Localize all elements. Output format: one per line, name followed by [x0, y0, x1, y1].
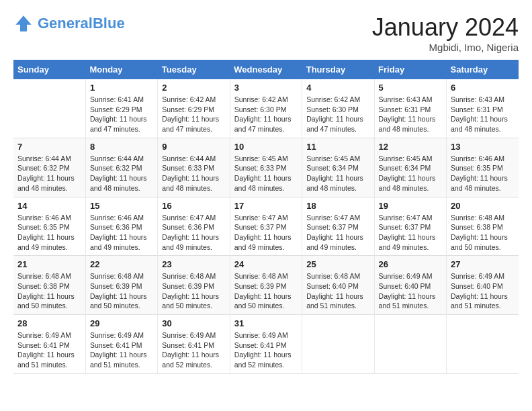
col-header-wednesday: Wednesday — [230, 60, 302, 79]
day-number: 6 — [451, 83, 515, 93]
day-info: Sunrise: 6:48 AMSunset: 6:40 PMDaylight:… — [306, 271, 369, 311]
day-info: Sunrise: 6:47 AMSunset: 6:37 PMDaylight:… — [234, 213, 298, 253]
day-info: Sunrise: 6:48 AMSunset: 6:39 PMDaylight:… — [234, 271, 298, 311]
col-header-monday: Monday — [85, 60, 157, 79]
day-number: 12 — [379, 142, 442, 152]
calendar-cell: 24Sunrise: 6:48 AMSunset: 6:39 PMDayligh… — [230, 256, 302, 315]
svg-marker-0 — [15, 15, 31, 31]
day-info: Sunrise: 6:45 AMSunset: 6:34 PMDaylight:… — [379, 154, 442, 193]
day-info: Sunrise: 6:44 AMSunset: 6:32 PMDaylight:… — [17, 154, 81, 193]
col-header-thursday: Thursday — [302, 60, 374, 79]
day-info: Sunrise: 6:44 AMSunset: 6:32 PMDaylight:… — [90, 154, 153, 193]
calendar-cell: 27Sunrise: 6:49 AMSunset: 6:40 PMDayligh… — [447, 256, 519, 315]
day-number: 15 — [90, 201, 153, 211]
calendar-cell — [302, 315, 374, 374]
day-number: 3 — [234, 83, 298, 93]
day-number: 14 — [17, 201, 81, 211]
day-info: Sunrise: 6:49 AMSunset: 6:41 PMDaylight:… — [162, 330, 225, 370]
col-header-saturday: Saturday — [447, 60, 519, 79]
day-info: Sunrise: 6:49 AMSunset: 6:41 PMDaylight:… — [234, 330, 298, 370]
calendar-cell: 1Sunrise: 6:41 AMSunset: 6:29 PMDaylight… — [85, 79, 157, 138]
day-number: 24 — [234, 259, 298, 269]
calendar-week-row: 1Sunrise: 6:41 AMSunset: 6:29 PMDaylight… — [13, 79, 519, 138]
day-number: 19 — [379, 201, 442, 211]
calendar-cell: 28Sunrise: 6:49 AMSunset: 6:41 PMDayligh… — [13, 315, 85, 374]
calendar-cell: 29Sunrise: 6:49 AMSunset: 6:41 PMDayligh… — [85, 315, 157, 374]
calendar-header: SundayMondayTuesdayWednesdayThursdayFrid… — [13, 60, 519, 79]
day-info: Sunrise: 6:48 AMSunset: 6:38 PMDaylight:… — [451, 213, 515, 253]
calendar-cell: 15Sunrise: 6:46 AMSunset: 6:36 PMDayligh… — [85, 197, 157, 256]
calendar-week-row: 14Sunrise: 6:46 AMSunset: 6:35 PMDayligh… — [13, 197, 519, 256]
logo-icon — [13, 13, 34, 34]
day-number: 22 — [90, 259, 153, 269]
month-year: January 2024 — [372, 13, 519, 42]
day-info: Sunrise: 6:45 AMSunset: 6:34 PMDaylight:… — [306, 154, 369, 193]
calendar-cell: 11Sunrise: 6:45 AMSunset: 6:34 PMDayligh… — [302, 138, 374, 197]
day-info: Sunrise: 6:48 AMSunset: 6:38 PMDaylight:… — [17, 271, 81, 311]
day-number: 28 — [17, 318, 81, 328]
calendar-week-row: 28Sunrise: 6:49 AMSunset: 6:41 PMDayligh… — [13, 315, 519, 374]
title-block: January 2024 Mgbidi, Imo, Nigeria — [372, 13, 519, 53]
col-header-sunday: Sunday — [13, 60, 85, 79]
day-number: 26 — [379, 259, 442, 269]
day-number: 29 — [90, 318, 153, 328]
calendar-cell — [13, 79, 85, 138]
day-info: Sunrise: 6:41 AMSunset: 6:29 PMDaylight:… — [90, 95, 153, 134]
day-number: 1 — [90, 83, 153, 93]
calendar-cell — [374, 315, 446, 374]
page-header: GeneralBlue January 2024 Mgbidi, Imo, Ni… — [13, 13, 519, 53]
day-info: Sunrise: 6:49 AMSunset: 6:40 PMDaylight:… — [379, 271, 442, 311]
day-number: 13 — [451, 142, 515, 152]
day-info: Sunrise: 6:49 AMSunset: 6:41 PMDaylight:… — [90, 330, 153, 370]
logo: GeneralBlue — [13, 13, 125, 34]
calendar-cell: 12Sunrise: 6:45 AMSunset: 6:34 PMDayligh… — [374, 138, 446, 197]
day-info: Sunrise: 6:45 AMSunset: 6:33 PMDaylight:… — [234, 154, 298, 193]
day-number: 7 — [17, 142, 81, 152]
day-info: Sunrise: 6:43 AMSunset: 6:31 PMDaylight:… — [379, 95, 442, 134]
day-info: Sunrise: 6:42 AMSunset: 6:30 PMDaylight:… — [234, 95, 298, 134]
day-number: 10 — [234, 142, 298, 152]
day-number: 23 — [162, 259, 225, 269]
calendar-cell: 18Sunrise: 6:47 AMSunset: 6:37 PMDayligh… — [302, 197, 374, 256]
calendar-cell: 20Sunrise: 6:48 AMSunset: 6:38 PMDayligh… — [447, 197, 519, 256]
calendar-cell: 31Sunrise: 6:49 AMSunset: 6:41 PMDayligh… — [230, 315, 302, 374]
calendar-cell: 16Sunrise: 6:47 AMSunset: 6:36 PMDayligh… — [158, 197, 230, 256]
calendar-cell: 8Sunrise: 6:44 AMSunset: 6:32 PMDaylight… — [85, 138, 157, 197]
calendar-cell: 19Sunrise: 6:47 AMSunset: 6:37 PMDayligh… — [374, 197, 446, 256]
day-number: 21 — [17, 259, 81, 269]
day-info: Sunrise: 6:44 AMSunset: 6:33 PMDaylight:… — [162, 154, 225, 193]
calendar-cell: 23Sunrise: 6:48 AMSunset: 6:39 PMDayligh… — [158, 256, 230, 315]
calendar-cell: 3Sunrise: 6:42 AMSunset: 6:30 PMDaylight… — [230, 79, 302, 138]
day-number: 2 — [162, 83, 225, 93]
day-number: 25 — [306, 259, 369, 269]
day-info: Sunrise: 6:48 AMSunset: 6:39 PMDaylight:… — [90, 271, 153, 311]
day-info: Sunrise: 6:46 AMSunset: 6:35 PMDaylight:… — [17, 213, 81, 253]
day-info: Sunrise: 6:46 AMSunset: 6:35 PMDaylight:… — [451, 154, 515, 193]
calendar-cell: 7Sunrise: 6:44 AMSunset: 6:32 PMDaylight… — [13, 138, 85, 197]
calendar-cell: 2Sunrise: 6:42 AMSunset: 6:29 PMDaylight… — [158, 79, 230, 138]
location: Mgbidi, Imo, Nigeria — [372, 42, 519, 53]
col-header-tuesday: Tuesday — [158, 60, 230, 79]
day-info: Sunrise: 6:42 AMSunset: 6:29 PMDaylight:… — [162, 95, 225, 134]
day-number: 20 — [451, 201, 515, 211]
calendar-cell — [447, 315, 519, 374]
day-info: Sunrise: 6:49 AMSunset: 6:40 PMDaylight:… — [451, 271, 515, 311]
day-info: Sunrise: 6:42 AMSunset: 6:30 PMDaylight:… — [306, 95, 369, 134]
calendar-week-row: 21Sunrise: 6:48 AMSunset: 6:38 PMDayligh… — [13, 256, 519, 315]
day-number: 17 — [234, 201, 298, 211]
day-info: Sunrise: 6:43 AMSunset: 6:31 PMDaylight:… — [451, 95, 515, 134]
calendar-cell: 9Sunrise: 6:44 AMSunset: 6:33 PMDaylight… — [158, 138, 230, 197]
day-info: Sunrise: 6:49 AMSunset: 6:41 PMDaylight:… — [17, 330, 81, 370]
calendar-cell: 6Sunrise: 6:43 AMSunset: 6:31 PMDaylight… — [447, 79, 519, 138]
calendar-cell: 25Sunrise: 6:48 AMSunset: 6:40 PMDayligh… — [302, 256, 374, 315]
day-number: 8 — [90, 142, 153, 152]
calendar-cell: 5Sunrise: 6:43 AMSunset: 6:31 PMDaylight… — [374, 79, 446, 138]
col-header-friday: Friday — [374, 60, 446, 79]
calendar-table: SundayMondayTuesdayWednesdayThursdayFrid… — [13, 60, 519, 374]
day-info: Sunrise: 6:47 AMSunset: 6:36 PMDaylight:… — [162, 213, 225, 253]
day-number: 5 — [379, 83, 442, 93]
day-info: Sunrise: 6:46 AMSunset: 6:36 PMDaylight:… — [90, 213, 153, 253]
calendar-cell: 30Sunrise: 6:49 AMSunset: 6:41 PMDayligh… — [158, 315, 230, 374]
day-number: 27 — [451, 259, 515, 269]
calendar-cell: 22Sunrise: 6:48 AMSunset: 6:39 PMDayligh… — [85, 256, 157, 315]
